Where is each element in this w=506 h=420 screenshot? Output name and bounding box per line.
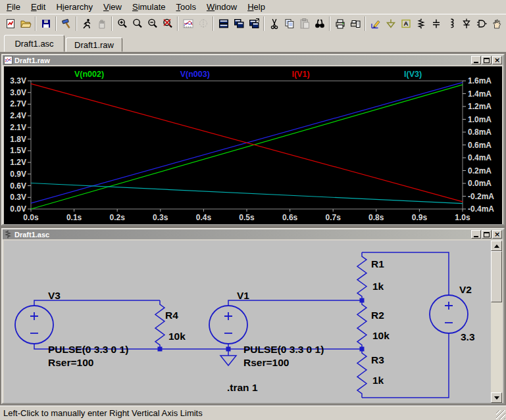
schematic-vertical-scrollbar[interactable] xyxy=(491,241,502,403)
component-V3[interactable] xyxy=(15,306,53,344)
spice-directive[interactable]: .tran 1 xyxy=(227,382,258,393)
menu-simulate[interactable]: Simulate xyxy=(127,1,171,13)
tab-draft1-asc[interactable]: Draft1.asc xyxy=(4,35,64,52)
value-R2[interactable]: 10k xyxy=(372,330,390,341)
resize-grip[interactable] xyxy=(496,410,505,419)
maximize-icon xyxy=(484,232,490,237)
zoom-full-extents-button[interactable] xyxy=(130,16,145,32)
legend-item[interactable]: I(V1) xyxy=(291,70,309,79)
menu-file[interactable]: File xyxy=(1,1,26,13)
legend-item[interactable]: V(n002) xyxy=(74,70,104,79)
schematic-window-titlebar[interactable]: Draft1.asc × xyxy=(3,229,503,239)
draw-wire-button[interactable] xyxy=(368,16,383,32)
label-R4[interactable]: R4 xyxy=(165,310,178,321)
cascade-windows-button[interactable] xyxy=(231,16,246,32)
tile-windows-button[interactable] xyxy=(216,16,231,32)
schematic-canvas[interactable]: V3PULSE(0 3.3 0 1)Rser=100R410kV1PULSE(0… xyxy=(4,241,491,403)
menu-view[interactable]: View xyxy=(98,1,127,13)
close-button[interactable]: × xyxy=(492,230,502,239)
close-button[interactable]: × xyxy=(492,56,502,64)
move-button[interactable] xyxy=(489,16,504,32)
wire[interactable] xyxy=(34,300,160,306)
scroll-up-button[interactable] xyxy=(491,241,502,251)
scrollbar-thumb[interactable] xyxy=(491,251,502,302)
value-R3[interactable]: 1k xyxy=(372,375,384,386)
component-ground[interactable] xyxy=(220,356,236,365)
print-preview-button[interactable] xyxy=(347,16,363,32)
menu-tools[interactable]: Tools xyxy=(171,1,201,13)
toolbar-separator xyxy=(111,16,113,31)
value2-V1[interactable]: Rser=100 xyxy=(243,357,289,368)
value-R1[interactable]: 1k xyxy=(372,281,384,292)
component-V2[interactable] xyxy=(430,295,468,333)
zoom-fit-button[interactable] xyxy=(160,16,175,32)
place-component-button[interactable] xyxy=(474,16,489,32)
zoom-in-button[interactable] xyxy=(114,16,130,32)
maximize-button[interactable] xyxy=(482,230,492,239)
value2-V3[interactable]: Rser=100 xyxy=(48,357,93,368)
label-R3[interactable]: R3 xyxy=(371,354,384,365)
value-V3[interactable]: PULSE(0 3.3 0 1) xyxy=(48,344,128,355)
scroll-down-button[interactable] xyxy=(491,392,502,403)
toolbar: A xyxy=(0,14,506,33)
maximize-icon xyxy=(484,58,490,63)
label-V3[interactable]: V3 xyxy=(48,290,61,301)
trace-I(V1)[interactable] xyxy=(31,83,463,201)
label-R1[interactable]: R1 xyxy=(371,258,384,269)
schematic-document-icon xyxy=(4,230,13,239)
component-R3[interactable] xyxy=(357,349,367,398)
component-R1[interactable] xyxy=(357,252,367,300)
new-schematic-window-button[interactable] xyxy=(246,16,261,32)
tab-draft1-raw[interactable]: Draft1.raw xyxy=(66,37,122,52)
control-panel-button[interactable] xyxy=(59,16,74,32)
place-resistor-button[interactable] xyxy=(413,16,428,32)
right-axis-label: 1.4mA xyxy=(468,89,492,99)
component-R4[interactable] xyxy=(155,300,164,349)
waveform-window-titlebar[interactable]: Draft1.raw × xyxy=(3,55,503,65)
place-diode-button[interactable] xyxy=(459,16,474,32)
minimize-button[interactable] xyxy=(471,56,481,64)
tab-label: Draft1.asc xyxy=(14,39,53,49)
zoom-out-icon xyxy=(147,18,159,30)
find-button[interactable] xyxy=(312,16,327,32)
left-axis-label: 3.3V xyxy=(10,76,26,85)
wire[interactable] xyxy=(228,300,362,306)
copy-button[interactable] xyxy=(282,16,297,32)
save-button[interactable] xyxy=(38,16,53,32)
menu-window[interactable]: Window xyxy=(201,1,242,13)
legend-item[interactable]: I(V3) xyxy=(404,70,422,79)
wire[interactable] xyxy=(362,333,449,398)
label-V1[interactable]: V1 xyxy=(237,290,249,301)
right-axis-label: 0.4mA xyxy=(468,153,492,162)
maximize-button[interactable] xyxy=(482,56,492,64)
place-inductor-button[interactable] xyxy=(443,16,459,32)
value-V2[interactable]: 3.3 xyxy=(461,331,475,342)
place-ground-button[interactable] xyxy=(383,16,398,32)
component-R2[interactable] xyxy=(357,300,367,349)
legend-item[interactable]: V(n003) xyxy=(180,70,210,79)
menu-edit[interactable]: Edit xyxy=(26,1,51,13)
label-V2[interactable]: V2 xyxy=(459,284,472,295)
run-simulation-button[interactable] xyxy=(79,16,94,32)
value-R4[interactable]: 10k xyxy=(168,331,186,342)
value-V1[interactable]: PULSE(0 3.3 0 1) xyxy=(243,344,324,355)
open-file-button[interactable] xyxy=(18,16,33,32)
trace-V(n002)[interactable] xyxy=(31,85,463,209)
place-capacitor-button[interactable] xyxy=(428,16,443,32)
view-waveform-button[interactable] xyxy=(180,16,195,32)
x-axis-label: 0.6s xyxy=(282,213,298,222)
place-label-button[interactable]: A xyxy=(398,16,413,32)
label-R2[interactable]: R2 xyxy=(371,310,384,321)
zoom-out-button[interactable] xyxy=(145,16,160,32)
trace-I(V3)[interactable] xyxy=(31,183,463,204)
minimize-button[interactable] xyxy=(471,230,481,239)
left-axis-label: 0.9V xyxy=(10,170,26,179)
print-button[interactable] xyxy=(332,16,347,32)
cut-button[interactable] xyxy=(266,16,282,32)
menu-hierarchy[interactable]: Hierarchy xyxy=(51,1,98,13)
waveform-plot-panel[interactable]: 3.3V3.0V2.7V2.4V2.1V1.8V1.5V1.2V0.9V0.6V… xyxy=(4,66,502,224)
component-V1[interactable] xyxy=(209,306,247,344)
new-schematic-button[interactable] xyxy=(3,16,18,32)
menu-help[interactable]: Help xyxy=(242,1,270,13)
paste-button xyxy=(297,16,312,32)
